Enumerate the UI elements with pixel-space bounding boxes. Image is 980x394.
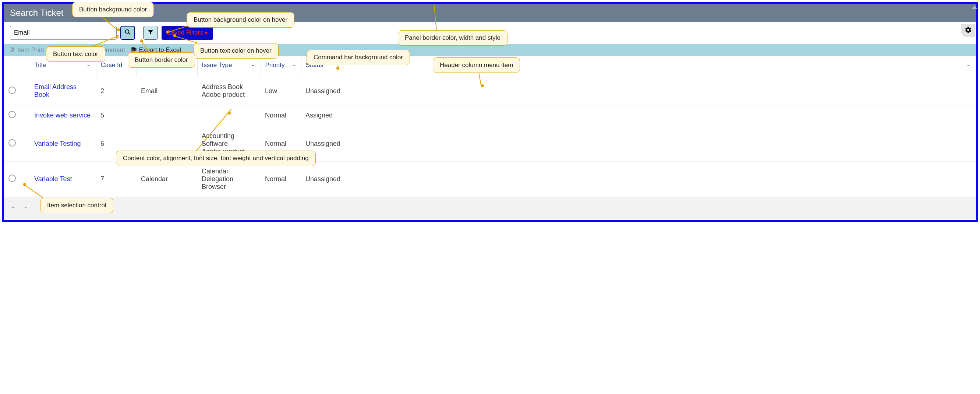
table-row: Variable Testing6Accounting Software Ado… [4, 126, 976, 162]
col-title-label: Title [35, 62, 46, 69]
ticket-title-link[interactable]: Invoke web service [34, 112, 91, 119]
cell-issuetype: Calendar Delegation Browser [197, 162, 261, 197]
saved-filters-button[interactable]: Saved Filters ▾ [162, 26, 213, 40]
search-input[interactable] [10, 26, 117, 40]
col-status-label: Status [306, 62, 323, 69]
col-status[interactable]: Status ⌄ [301, 56, 976, 77]
table-row: Variable Test7CalendarCalendar Delegatio… [4, 162, 976, 197]
command-bar: 🖶 Item Print 🖶 List Print 💬 Comment x Ex… [4, 44, 976, 56]
pager-first-button[interactable] [11, 205, 15, 211]
cmd-list-print[interactable]: 🖶 List Print [50, 46, 83, 54]
cmd-export-excel[interactable]: x Export to Excel [131, 46, 181, 54]
cell-issuetype: Address Book Adobe product [197, 77, 261, 105]
filter-button[interactable] [143, 26, 158, 40]
cell-status: Unassigned [301, 162, 976, 197]
row-select-control[interactable] [8, 174, 16, 182]
cell-status: Unassigned [301, 126, 976, 162]
col-priority-label: Priority [265, 62, 285, 69]
cell-category [137, 126, 197, 162]
cmd-export-label: Export to Excel [139, 46, 181, 54]
col-category-label: Category [141, 62, 167, 69]
col-issuetype[interactable]: Issue Type ⌄ [197, 56, 261, 77]
search-toolbar: Saved Filters ▾ [4, 22, 976, 44]
ticket-title-link[interactable]: Email Address Book [34, 83, 76, 98]
print-icon: 🖶 [50, 47, 56, 53]
col-category[interactable]: Category ⌄ [137, 56, 197, 77]
chevron-down-icon[interactable]: ⌄ [291, 62, 296, 67]
svg-rect-4 [135, 48, 136, 49]
ticket-title-link[interactable]: Variable Test [34, 175, 72, 183]
svg-line-1 [129, 33, 130, 35]
search-icon [124, 29, 131, 37]
cmd-comment[interactable]: 💬 Comment [88, 46, 125, 54]
chevron-down-icon[interactable]: ⌄ [188, 62, 192, 67]
saved-filters-label: Saved Filters [167, 29, 203, 37]
svg-rect-5 [135, 49, 136, 50]
col-caseid[interactable]: Case Id ⌄ [96, 56, 137, 77]
cell-caseid: 2 [96, 77, 137, 105]
comment-icon: 💬 [88, 47, 96, 54]
cell-priority: Low [261, 77, 301, 105]
chevron-down-icon[interactable]: ⌄ [966, 62, 971, 67]
col-caseid-label: Case Id [101, 62, 123, 69]
chevron-down-icon[interactable]: ⌄ [86, 62, 91, 67]
cell-status: Assigned [301, 105, 976, 126]
scroll-indicator-icon [972, 6, 977, 9]
chevron-down-icon: ▾ [205, 29, 208, 37]
filter-icon [147, 29, 154, 37]
col-issuetype-label: Issue Type [202, 62, 232, 69]
table-row: Email Address Book2EmailAddress Book Ado… [4, 77, 976, 105]
cell-priority: Normal [261, 126, 301, 162]
svg-rect-6 [135, 50, 136, 51]
cell-category: Calendar [137, 162, 197, 197]
cell-category: Email [137, 77, 197, 105]
cell-caseid: 5 [96, 105, 137, 126]
search-button[interactable] [120, 26, 135, 40]
excel-icon: x [131, 46, 137, 54]
col-priority[interactable]: Priority ⌄ [261, 56, 301, 77]
row-select-control[interactable] [8, 139, 16, 147]
svg-point-0 [126, 29, 129, 33]
panel-title: Search Ticket [4, 4, 976, 22]
col-select [4, 56, 30, 77]
cell-caseid: 7 [96, 162, 137, 197]
row-select-control[interactable] [8, 111, 16, 118]
cell-priority: Normal [261, 162, 301, 197]
cell-caseid: 6 [96, 126, 137, 162]
table-header-row: Title ⌄ Case Id ⌄ Category ⌄ Issue Type … [4, 56, 976, 77]
ticket-title-link[interactable]: Variable Testing [34, 140, 81, 147]
chevron-down-icon[interactable]: ⌄ [251, 62, 255, 67]
ticket-table: Title ⌄ Case Id ⌄ Category ⌄ Issue Type … [4, 56, 976, 197]
panel-frame: Search Ticket Saved Filters ▾ 🖶 Item Pri… [2, 2, 978, 222]
cmd-item-print-label: Item Print [17, 46, 44, 54]
table-row: Invoke web service5NormalAssigned [4, 105, 976, 126]
col-title[interactable]: Title ⌄ [30, 56, 96, 77]
cell-category [137, 105, 197, 126]
row-select-control[interactable] [8, 86, 16, 94]
print-icon: 🖶 [9, 47, 15, 53]
cmd-list-print-label: List Print [58, 46, 83, 54]
cell-issuetype: Accounting Software Adobe product [197, 126, 261, 162]
chevron-down-icon[interactable]: ⌄ [127, 62, 131, 67]
cell-issuetype [197, 105, 261, 126]
cell-priority: Normal [261, 105, 301, 126]
pager [4, 197, 976, 219]
cell-status: Unassigned [301, 77, 976, 105]
cmd-item-print[interactable]: 🖶 Item Print [9, 46, 44, 54]
pager-prev-button[interactable] [24, 205, 27, 211]
cmd-comment-label: Comment [98, 46, 125, 54]
